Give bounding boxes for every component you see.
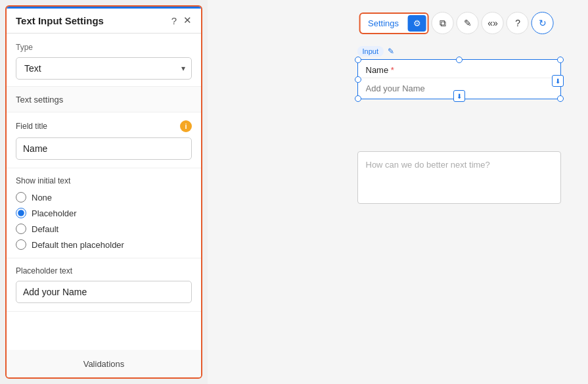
handle-tm[interactable] [456, 57, 463, 63]
show-initial-text-label: Show initial text [16, 176, 192, 185]
text-settings-label: Text settings [16, 95, 63, 105]
canvas-toolbar: Settings ⚙ ⧉ ✎ «» ? ↻ [359, 12, 554, 34]
panel-title: Text Input Settings [16, 15, 104, 26]
settings-label: Settings [368, 18, 399, 28]
radio-default-then-placeholder[interactable]: Default then placeholder [16, 239, 192, 250]
radio-default-label: Default [32, 224, 58, 234]
widget-edit-icon[interactable]: ✎ [388, 47, 394, 56]
handle-br[interactable] [557, 95, 564, 102]
radio-group: None Placeholder Default Default then pl… [16, 192, 192, 250]
radio-none[interactable]: None [16, 192, 192, 203]
radio-none-input[interactable] [16, 192, 26, 203]
radio-default[interactable]: Default [16, 224, 192, 234]
resize-handle-right[interactable]: ⬇ [552, 75, 564, 87]
refresh-button[interactable]: ↻ [531, 12, 554, 34]
text-settings-bar: Text settings [7, 87, 201, 112]
input-widget-container: ⬇ ⬇ Name * [357, 59, 561, 99]
show-initial-text-section: Show initial text None Placeholder Defau… [7, 168, 201, 258]
placeholder-text-label: Placeholder text [16, 266, 192, 276]
type-select-wrapper: Text Number Email Password ▾ [16, 57, 192, 80]
radio-placeholder-label: Placeholder [32, 208, 77, 218]
field-title-label: Field title [16, 122, 47, 131]
canvas-area: Settings ⚙ ⧉ ✎ «» ? ↻ Input ✎ ⬇ ⬇ [208, 0, 588, 384]
settings-toolbar-group: Settings ⚙ [359, 12, 429, 34]
canvas-widget-1: Input ✎ ⬇ ⬇ Name * [357, 46, 561, 99]
radio-placeholder[interactable]: Placeholder [16, 208, 192, 218]
panel-header: Text Input Settings ? ✕ [7, 7, 201, 34]
placeholder-text-input[interactable] [16, 281, 192, 303]
field-title-section: Field title i [7, 112, 201, 168]
placeholder-text-section: Placeholder text [7, 258, 201, 312]
handle-tl[interactable] [355, 57, 361, 63]
gear-icon: ⚙ [413, 18, 421, 28]
gear-button[interactable]: ⚙ [408, 15, 426, 32]
validations-bar[interactable]: Validations [7, 350, 201, 377]
type-label: Type [16, 43, 192, 52]
type-select[interactable]: Text Number Email Password [16, 57, 192, 80]
close-button[interactable]: ✕ [183, 14, 192, 26]
handle-tr[interactable] [557, 57, 564, 63]
info-icon[interactable]: i [180, 120, 192, 132]
canvas-widget-2: How can we do better next time? [357, 151, 561, 204]
code-button[interactable]: «» [482, 12, 504, 34]
panel-header-icons: ? ✕ [171, 14, 192, 26]
settings-tab-button[interactable]: Settings [360, 14, 407, 32]
help-canvas-button[interactable]: ? [507, 12, 529, 34]
copy-button[interactable]: ⧉ [432, 12, 454, 34]
field-title-label-row: Field title i [16, 120, 192, 132]
radio-default-input[interactable] [16, 224, 26, 234]
textarea-placeholder: How can we do better next time? [366, 160, 490, 170]
textarea-widget: How can we do better next time? [357, 151, 561, 204]
radio-default-then-placeholder-label: Default then placeholder [32, 240, 124, 250]
settings-panel: Text Input Settings ? ✕ Type Text Number… [5, 5, 202, 379]
radio-default-then-placeholder-input[interactable] [16, 239, 26, 250]
pen-button[interactable]: ✎ [457, 12, 479, 34]
handle-ml[interactable] [355, 76, 361, 83]
type-section: Type Text Number Email Password ▾ [7, 34, 201, 87]
required-star: * [391, 65, 394, 75]
top-accent-bar [7, 7, 201, 9]
help-button[interactable]: ? [171, 15, 177, 26]
resize-handle-bottom[interactable]: ⬇ [453, 90, 465, 102]
widget-chip: Input [357, 46, 384, 57]
widget-label-bar: Input ✎ [357, 46, 561, 57]
validations-label: Validations [83, 359, 125, 369]
radio-placeholder-input[interactable] [16, 208, 26, 218]
radio-none-label: None [32, 193, 52, 203]
handle-bl[interactable] [355, 95, 361, 102]
field-title-input[interactable] [16, 137, 192, 160]
